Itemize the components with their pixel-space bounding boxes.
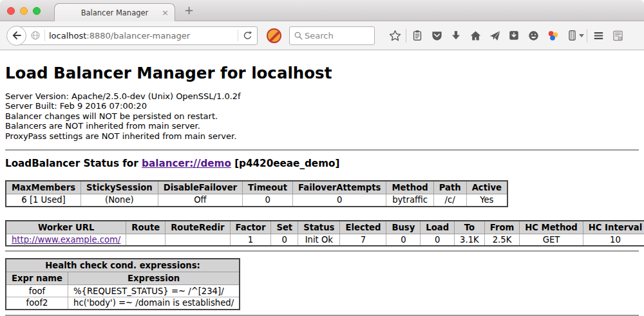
expression-cell: %{REQUEST_STATUS} =~ /^[234]/: [68, 285, 240, 297]
header-cell: Set: [271, 221, 298, 234]
data-cell: 10: [583, 234, 644, 246]
zoom-window-button[interactable]: [33, 7, 41, 15]
reload-icon[interactable]: [242, 30, 253, 41]
divider: [5, 315, 639, 316]
header-cell: Path: [433, 181, 466, 194]
minimize-window-button[interactable]: [20, 7, 28, 15]
menu-hamburger-icon[interactable]: [589, 26, 608, 45]
divider: [5, 149, 639, 151]
data-cell: Off: [158, 194, 242, 207]
data-cell: 6 [1 Used]: [6, 194, 81, 207]
urlbar-separator: [44, 30, 45, 41]
back-arrow-icon: [11, 30, 23, 41]
worker-url-link[interactable]: http://www.example.com/: [12, 235, 120, 245]
close-window-button[interactable]: [7, 7, 15, 15]
bookmark-star-icon[interactable]: [385, 26, 404, 45]
heading-prefix: LoadBalancer Status for: [5, 158, 142, 169]
worker-url-cell: http://www.example.com/: [6, 234, 126, 246]
colored-dots-addon-icon[interactable]: [543, 26, 562, 45]
search-input[interactable]: [303, 30, 361, 41]
browser-window: Balancer Manager × + localhost:8880/bala…: [0, 0, 644, 316]
heading-suffix: [p4420eeae_demo]: [231, 158, 340, 169]
data-cell: (None): [81, 194, 158, 207]
urlbar-separator: [238, 30, 238, 41]
dropdown-caret-icon[interactable]: [579, 34, 584, 37]
data-cell: 0: [386, 234, 421, 246]
tab-close-icon[interactable]: ×: [162, 8, 169, 17]
header-cell: HC Interval: [583, 221, 644, 234]
save-to-device-icon[interactable]: [504, 26, 524, 45]
reading-list-icon[interactable]: [408, 26, 427, 45]
toolbar-separator: [587, 29, 587, 42]
balancer-demo-link[interactable]: balancer://demo: [142, 158, 231, 169]
content-blocked-icon[interactable]: [267, 28, 281, 43]
globe-icon: [30, 30, 41, 41]
url-bar[interactable]: localhost:8880/balancer-manager: [17, 26, 258, 45]
page-title: Load Balancer Manager for localhost: [5, 64, 639, 82]
data-cell: bytraffic: [386, 194, 433, 207]
worker-table: Worker URL Route RouteRedir Factor Set S…: [5, 220, 644, 247]
header-cell: Expr name: [6, 272, 68, 285]
url-domain: localhost: [49, 31, 86, 41]
data-cell: 0: [293, 194, 386, 207]
header-cell: Expression: [68, 272, 240, 285]
titlebar: Balancer Manager × +: [0, 0, 644, 21]
hc-table-title: Health check cond. expressions:: [6, 259, 240, 272]
data-cell: /c/: [433, 194, 466, 207]
table-header-row: MaxMembers StickySession DisableFailover…: [6, 181, 507, 194]
data-cell: 1: [230, 234, 271, 246]
header-cell: Elected: [340, 221, 386, 234]
expression-cell: hc('body') =~ /domain is established/: [68, 297, 240, 310]
smiley-addon-icon[interactable]: [524, 26, 543, 45]
header-cell: Worker URL: [6, 221, 126, 234]
table-data-row: foof2 hc('body') =~ /domain is establish…: [6, 297, 240, 310]
data-cell: [166, 234, 230, 246]
data-cell: GET: [520, 234, 583, 246]
header-cell: Timeout: [243, 181, 293, 194]
data-cell: 3.1K: [455, 234, 485, 246]
send-page-icon[interactable]: [485, 26, 504, 45]
navigation-toolbar: localhost:8880/balancer-manager: [0, 21, 644, 50]
data-cell: Init Ok: [298, 234, 340, 246]
proxypass-line: ProxyPass settings are NOT inherited fro…: [5, 131, 639, 141]
header-cell: Method: [386, 181, 433, 194]
table-data-row: foof %{REQUEST_STATUS} =~ /^[234]/: [6, 285, 240, 297]
table-title-row: Health check cond. expressions:: [6, 259, 240, 272]
home-icon[interactable]: [466, 26, 485, 45]
header-cell: MaxMembers: [6, 181, 81, 194]
page-addon-icon[interactable]: [608, 26, 627, 45]
header-cell: HC Method: [520, 221, 583, 234]
toolbar-separator: [406, 29, 406, 42]
server-built-line: Server Built: Feb 9 2016 07:00:20: [5, 101, 639, 111]
expr-name-cell: foof2: [6, 297, 68, 310]
data-cell: 2.5K: [484, 234, 519, 246]
table-data-row: http://www.example.com/ 1 0 Init Ok 7 0 …: [6, 234, 644, 246]
header-cell: Active: [466, 181, 507, 194]
url-text[interactable]: localhost:8880/balancer-manager: [49, 31, 234, 41]
traffic-lights: [7, 7, 41, 15]
table-header-row: Expr name Expression: [6, 272, 240, 285]
tab-title: Balancer Manager: [81, 8, 149, 17]
header-cell: Status: [298, 221, 340, 234]
health-check-expressions-table: Health check cond. expressions: Expr nam…: [5, 258, 240, 310]
header-cell: FailoverAttempts: [293, 181, 386, 194]
data-cell: Yes: [466, 194, 507, 207]
data-cell: 7: [340, 234, 386, 246]
divider: [5, 250, 639, 252]
pocket-icon[interactable]: [427, 26, 446, 45]
search-bar[interactable]: [289, 26, 375, 45]
back-button[interactable]: [6, 26, 26, 46]
header-cell: Factor: [230, 221, 271, 234]
data-cell: 0: [243, 194, 293, 207]
search-icon: [294, 31, 303, 41]
tab-balancer-manager[interactable]: Balancer Manager ×: [54, 3, 175, 21]
header-cell: Busy: [386, 221, 421, 234]
data-cell: 0: [271, 234, 298, 246]
balancer-summary-table: MaxMembers StickySession DisableFailover…: [5, 180, 508, 207]
server-version-line: Server Version: Apache/2.5.0-dev (Unix) …: [5, 91, 639, 101]
header-cell: RouteRedir: [166, 221, 230, 234]
downloads-icon[interactable]: [446, 26, 466, 45]
balancer-changes-line: Balancer changes will NOT be persisted o…: [5, 111, 639, 121]
new-tab-button[interactable]: +: [184, 3, 194, 17]
header-cell: To: [455, 221, 485, 234]
